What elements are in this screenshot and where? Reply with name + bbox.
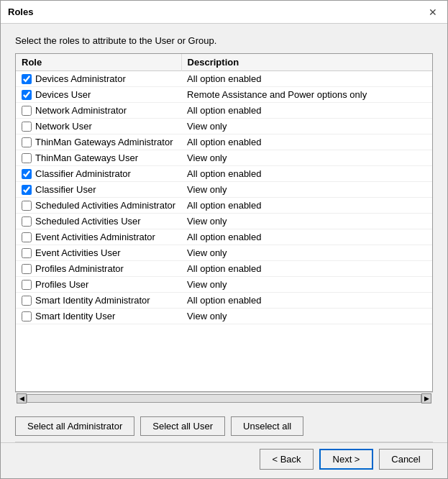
role-checkbox[interactable] [22,296,32,306]
role-name: Event Activities User [35,247,121,258]
scroll-right-arrow[interactable]: ▶ [421,393,431,403]
role-cell: Classifier Administrator [16,166,181,182]
unselect-all-button[interactable]: Unselect all [231,416,303,436]
table-row: Scheduled Activities AdministratorAll op… [16,198,432,214]
role-description: View only [181,309,432,324]
role-checkbox[interactable] [22,137,32,147]
role-name: ThinMan Gateways User [35,152,138,163]
role-name: Smart Identity User [35,311,115,321]
role-checkbox[interactable] [22,185,32,195]
role-cell: Devices User [16,87,181,103]
table-row: Profiles UserView only [16,277,432,293]
table-row: Classifier UserView only [16,182,432,198]
role-checkbox[interactable] [22,280,32,290]
role-checkbox[interactable] [22,248,32,258]
dialog-content: Select the roles to attribute to the Use… [1,24,447,411]
role-checkbox[interactable] [22,311,32,321]
role-checkbox[interactable] [22,264,32,274]
footer-buttons: < Back Next > Cancel [1,442,447,478]
table-row: Devices AdministratorAll option enabled [16,71,432,87]
table-row: Classifier AdministratorAll option enabl… [16,166,432,182]
role-name: ThinMan Gateways Administrator [35,137,173,147]
role-checkbox[interactable] [22,122,32,132]
cancel-button[interactable]: Cancel [379,449,433,470]
role-cell: Classifier User [16,182,181,198]
role-name: Devices Administrator [35,73,126,84]
col-header-description: Description [181,54,432,71]
table-row: Network AdministratorAll option enabled [16,103,432,119]
role-name: Scheduled Activities Administrator [35,200,175,211]
col-header-role: Role [16,54,181,71]
table-row: Smart Identity AdministratorAll option e… [16,293,432,309]
role-checkbox[interactable] [22,169,32,179]
window-title: Roles [8,6,33,17]
table-header-row: Role Description [16,54,432,71]
role-cell: Profiles Administrator [16,261,181,277]
role-description: All option enabled [181,166,432,182]
role-checkbox[interactable] [22,90,32,100]
role-action-buttons: Select all Administrator Select all User… [1,411,447,442]
select-all-admin-button[interactable]: Select all Administrator [15,416,134,436]
table-row: Network UserView only [16,119,432,134]
role-name: Network User [35,121,92,132]
role-checkbox[interactable] [22,232,32,242]
roles-dialog: Roles ✕ Select the roles to attribute to… [0,0,448,479]
role-cell: Event Activities User [16,245,181,261]
role-checkbox[interactable] [22,216,32,227]
role-name: Profiles User [35,279,88,290]
role-cell: Devices Administrator [16,71,181,87]
roles-table-container: Role Description Devices AdministratorAl… [15,53,433,392]
role-description: View only [181,245,432,261]
roles-table: Role Description Devices AdministratorAl… [16,54,432,324]
role-name: Devices User [35,89,91,100]
back-button[interactable]: < Back [260,449,314,470]
role-cell: Scheduled Activities User [16,214,181,229]
table-row: Devices UserRemote Assistance and Power … [16,87,432,103]
role-description: All option enabled [181,71,432,87]
role-checkbox[interactable] [22,106,32,116]
instruction-text: Select the roles to attribute to the Use… [15,35,433,46]
role-description: All option enabled [181,103,432,119]
role-description: All option enabled [181,198,432,214]
role-name: Scheduled Activities User [35,216,141,227]
role-description: View only [181,277,432,293]
role-name: Event Activities Administrator [35,232,155,242]
select-all-user-button[interactable]: Select all User [140,416,225,436]
role-description: Remote Assistance and Power options only [181,87,432,103]
role-description: View only [181,182,432,198]
table-row: Profiles AdministratorAll option enabled [16,261,432,277]
close-button[interactable]: ✕ [426,5,440,19]
role-cell: Smart Identity Administrator [16,293,181,309]
role-description: View only [181,150,432,166]
horizontal-scrollbar[interactable]: ◀ ▶ [15,392,433,403]
scroll-track[interactable] [27,394,421,403]
scroll-left-arrow[interactable]: ◀ [17,393,27,403]
table-row: Scheduled Activities UserView only [16,214,432,229]
title-bar: Roles ✕ [1,1,447,24]
role-name: Profiles Administrator [35,263,124,274]
role-checkbox[interactable] [22,201,32,211]
role-description: All option enabled [181,229,432,245]
table-row: ThinMan Gateways UserView only [16,150,432,166]
role-checkbox[interactable] [22,74,32,84]
table-row: Event Activities UserView only [16,245,432,261]
role-description: All option enabled [181,134,432,150]
role-cell: Smart Identity User [16,309,181,324]
role-name: Classifier Administrator [35,168,131,179]
table-row: Event Activities AdministratorAll option… [16,229,432,245]
role-cell: Event Activities Administrator [16,229,181,245]
role-checkbox[interactable] [22,153,32,163]
table-row: ThinMan Gateways AdministratorAll option… [16,134,432,150]
role-cell: Network User [16,119,181,134]
role-cell: Profiles User [16,277,181,293]
role-name: Smart Identity Administrator [35,295,150,306]
role-description: All option enabled [181,293,432,309]
role-cell: ThinMan Gateways User [16,150,181,166]
next-button[interactable]: Next > [319,449,373,470]
role-description: All option enabled [181,261,432,277]
role-name: Network Administrator [35,105,127,116]
role-cell: Scheduled Activities Administrator [16,198,181,214]
role-cell: ThinMan Gateways Administrator [16,134,181,150]
role-description: View only [181,119,432,134]
table-row: Smart Identity UserView only [16,309,432,324]
